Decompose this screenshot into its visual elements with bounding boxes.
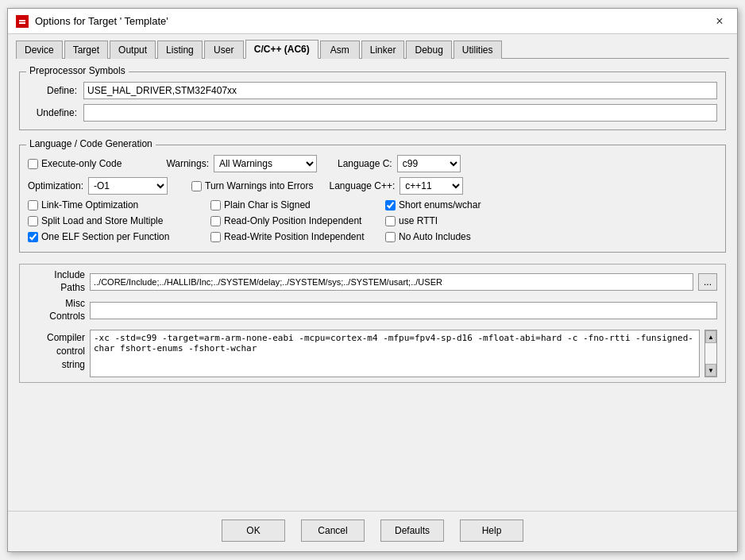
svg-rect-1 (19, 20, 25, 21)
include-paths-label: Include Paths (28, 269, 85, 294)
use-rtti-label: use RTTI (399, 215, 438, 226)
compiler-control-row: Compiler control string -xc -std=c99 -ta… (28, 330, 717, 377)
preprocessor-group: Preprocessor Symbols Define: Undefine: (19, 71, 726, 130)
language-c-row: Language C: c99 c11 gnu99 (338, 155, 461, 172)
tab-target[interactable]: Target (64, 41, 108, 59)
tabs-row: Device Target Output Listing User C/C++ … (8, 34, 737, 58)
turn-warnings-label: Turn Warnings into Errors (205, 180, 313, 191)
readonly-pos-checkbox[interactable] (210, 216, 221, 226)
execute-only-checkbox[interactable] (28, 159, 38, 169)
help-button[interactable]: Help (460, 519, 523, 542)
tab-asm[interactable]: Asm (320, 41, 360, 59)
lang-gen-group-label: Language / Code Generation (26, 138, 156, 149)
preprocessor-group-label: Preprocessor Symbols (26, 65, 129, 76)
no-auto-includes-checkbox[interactable] (385, 232, 396, 242)
scroll-track (705, 343, 716, 364)
include-paths-row: Include Paths ... (28, 269, 717, 294)
language-c-label: Language C: (338, 158, 392, 169)
scroll-down-arrow[interactable]: ▼ (705, 364, 716, 377)
misc-controls-input[interactable] (90, 302, 717, 319)
close-button[interactable]: × (710, 12, 729, 31)
tab-linker[interactable]: Linker (361, 41, 405, 59)
title-bar-left: Options for Target ' Template' (16, 15, 168, 28)
use-rtti-row: use RTTI (385, 215, 438, 226)
footer: OK Cancel Defaults Help (8, 511, 737, 551)
tab-device[interactable]: Device (16, 41, 63, 59)
misc-controls-row: Misc Controls (28, 298, 717, 322)
short-enums-checkbox[interactable] (385, 200, 396, 210)
link-time-opt-row: Link-Time Optimization (28, 199, 187, 210)
content-area: Preprocessor Symbols Define: Undefine: L… (8, 59, 737, 511)
readwrite-pos-checkbox[interactable] (210, 232, 221, 242)
split-load-row: Split Load and Store Multiple (28, 215, 187, 226)
tab-debug[interactable]: Debug (406, 41, 451, 59)
include-paths-browse-button[interactable]: ... (698, 273, 717, 291)
compiler-control-label: Compiler control string (28, 330, 85, 371)
language-cpp-label: Language C++: (330, 180, 396, 191)
defaults-button[interactable]: Defaults (380, 519, 444, 542)
no-auto-includes-label: No Auto Includes (399, 231, 471, 242)
scroll-up-arrow[interactable]: ▲ (705, 330, 716, 343)
optimization-select[interactable]: -O0 -O1 -O2 -O3 -Os (88, 177, 168, 195)
lang-gen-group: Language / Code Generation Execute-only … (19, 145, 726, 253)
language-cpp-row: Language C++: c++11 c++14 c++17 (330, 177, 464, 195)
undefine-label: Undefine: (28, 107, 77, 118)
ok-button[interactable]: OK (222, 519, 285, 542)
split-load-checkbox[interactable] (28, 216, 38, 226)
language-cpp-select[interactable]: c++11 c++14 c++17 (400, 177, 463, 195)
define-label: Define: (28, 85, 77, 96)
language-c-select[interactable]: c99 c11 gnu99 (397, 155, 461, 172)
bottom-section: Include Paths ... Misc Controls Compiler… (19, 264, 726, 383)
tab-output[interactable]: Output (110, 41, 156, 59)
plain-char-row: Plain Char is Signed (210, 199, 369, 210)
app-icon (16, 15, 29, 28)
readwrite-pos-label: Read-Write Position Independent (224, 231, 365, 242)
readonly-pos-row: Read-Only Position Independent (210, 215, 369, 226)
turn-warnings-row: Turn Warnings into Errors (191, 180, 313, 191)
one-elf-label: One ELF Section per Function (41, 231, 169, 242)
link-time-opt-label: Link-Time Optimization (41, 199, 138, 210)
optimization-row: Optimization: -O0 -O1 -O2 -O3 -Os (28, 177, 168, 195)
turn-warnings-checkbox[interactable] (191, 181, 202, 191)
warnings-row: Warnings: All Warnings No Warnings MISRA… (166, 155, 317, 172)
one-elf-row: One ELF Section per Function (28, 231, 187, 242)
undefine-input[interactable] (83, 104, 717, 122)
plain-char-label: Plain Char is Signed (224, 199, 311, 210)
compiler-control-textarea[interactable]: -xc -std=c99 -target=arm-arm-none-eabi -… (90, 330, 700, 377)
misc-controls-label: Misc Controls (28, 298, 85, 322)
readonly-pos-label: Read-Only Position Independent (224, 215, 361, 226)
one-elf-checkbox[interactable] (28, 232, 38, 242)
optimization-label: Optimization: (28, 180, 83, 191)
tab-cpp-ac6[interactable]: C/C++ (AC6) (245, 40, 318, 59)
compiler-scrollbar[interactable]: ▲ ▼ (704, 330, 717, 377)
plain-char-checkbox[interactable] (210, 200, 221, 210)
dialog-title: Options for Target ' Template' (35, 15, 168, 27)
split-load-label: Split Load and Store Multiple (41, 215, 163, 226)
no-auto-includes-row: No Auto Includes (385, 231, 471, 242)
cancel-button[interactable]: Cancel (301, 519, 365, 542)
short-enums-row: Short enums/wchar (385, 199, 481, 210)
dialog: Options for Target ' Template' × Device … (7, 8, 738, 552)
tab-utilities[interactable]: Utilities (454, 41, 502, 59)
define-input[interactable] (83, 82, 717, 99)
short-enums-label: Short enums/wchar (399, 199, 481, 210)
title-bar: Options for Target ' Template' × (8, 9, 737, 34)
use-rtti-checkbox[interactable] (385, 216, 396, 226)
warnings-select[interactable]: All Warnings No Warnings MISRA Compatibl… (214, 155, 317, 172)
svg-rect-2 (19, 22, 25, 24)
readwrite-pos-row: Read-Write Position Independent (210, 231, 369, 242)
tab-user[interactable]: User (204, 41, 244, 59)
execute-only-label: Execute-only Code (41, 158, 122, 169)
define-row: Define: (28, 82, 717, 99)
execute-only-row: Execute-only Code (28, 158, 122, 169)
undefine-row: Undefine: (28, 104, 717, 122)
link-time-opt-checkbox[interactable] (28, 200, 38, 210)
include-paths-input[interactable] (90, 273, 693, 291)
warnings-label: Warnings: (166, 158, 209, 169)
tab-listing[interactable]: Listing (157, 41, 203, 59)
